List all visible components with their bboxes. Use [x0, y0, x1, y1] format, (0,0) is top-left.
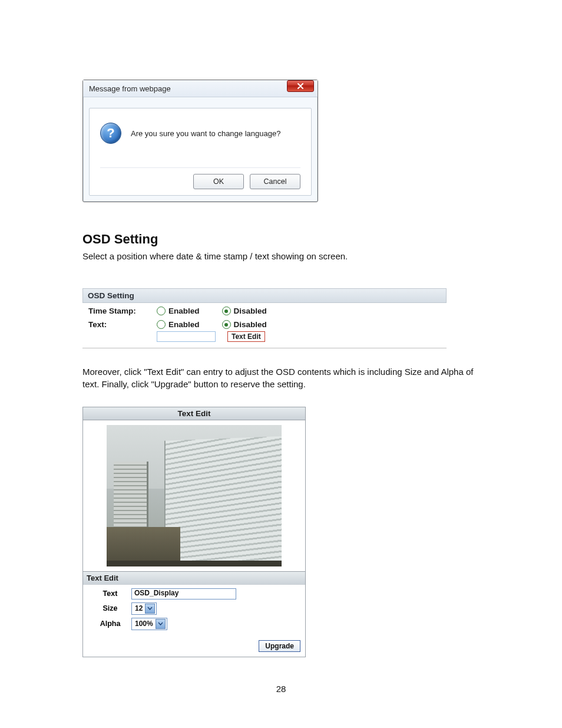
document-page: Message from webpage ? Are you sure you …: [0, 0, 562, 728]
paragraph-text-edit-desc: Moreover, click "Text Edit" can entry to…: [82, 366, 491, 390]
upgrade-button[interactable]: Upgrade: [259, 640, 300, 652]
te-alpha-select[interactable]: 100%: [131, 618, 167, 630]
timestamp-disabled-radio[interactable]: Disabled: [222, 307, 267, 315]
te-alpha-label: Alpha: [89, 620, 131, 628]
te-size-label: Size: [89, 604, 131, 612]
ok-button[interactable]: OK: [193, 174, 244, 189]
osd-setting-panel: OSD Setting Time Stamp: Enabled Disabled…: [82, 288, 447, 348]
timestamp-enabled-radio[interactable]: Enabled: [157, 307, 200, 315]
close-button[interactable]: [287, 80, 314, 92]
osd-row-text: Text: Enabled Disabled: [82, 317, 447, 330]
section-description: Select a position where date & time stam…: [82, 251, 491, 262]
text-edit-panel: Text Edit Text Edit Text OSD_Display Siz…: [82, 407, 306, 657]
timestamp-label: Time Stamp:: [88, 307, 157, 315]
te-text-input[interactable]: OSD_Display: [131, 588, 236, 599]
te-text-label: Text: [89, 589, 131, 598]
osd-panel-header: OSD Setting: [82, 288, 447, 303]
camera-preview: [83, 420, 305, 571]
cancel-button[interactable]: Cancel: [250, 174, 300, 189]
osd-row-timestamp: Time Stamp: Enabled Disabled: [82, 303, 447, 317]
chevron-down-icon: [145, 604, 155, 614]
text-edit-title: Text Edit: [83, 407, 305, 420]
radio-icon: [222, 307, 231, 315]
confirm-dialog: Message from webpage ? Are you sure you …: [82, 80, 318, 202]
preview-image: [107, 425, 282, 566]
radio-icon: [222, 320, 231, 329]
close-icon: [297, 83, 304, 89]
te-size-select[interactable]: 12: [131, 602, 157, 615]
page-number: 28: [0, 684, 562, 694]
text-disabled-radio[interactable]: Disabled: [222, 320, 267, 329]
dialog-titlebar: Message from webpage: [83, 80, 318, 97]
osd-text-input[interactable]: [157, 331, 216, 342]
text-edit-subheader: Text Edit: [83, 571, 305, 585]
text-edit-button[interactable]: Text Edit: [227, 331, 265, 342]
chevron-down-icon: [156, 619, 166, 629]
question-icon: ?: [100, 123, 121, 144]
section-heading: OSD Setting: [82, 232, 491, 247]
dialog-title: Message from webpage: [89, 84, 287, 93]
dialog-message: Are you sure you want to change language…: [131, 129, 280, 138]
radio-icon: [157, 307, 166, 315]
text-enabled-radio[interactable]: Enabled: [157, 320, 200, 329]
radio-icon: [157, 320, 166, 329]
text-label: Text:: [88, 320, 157, 329]
